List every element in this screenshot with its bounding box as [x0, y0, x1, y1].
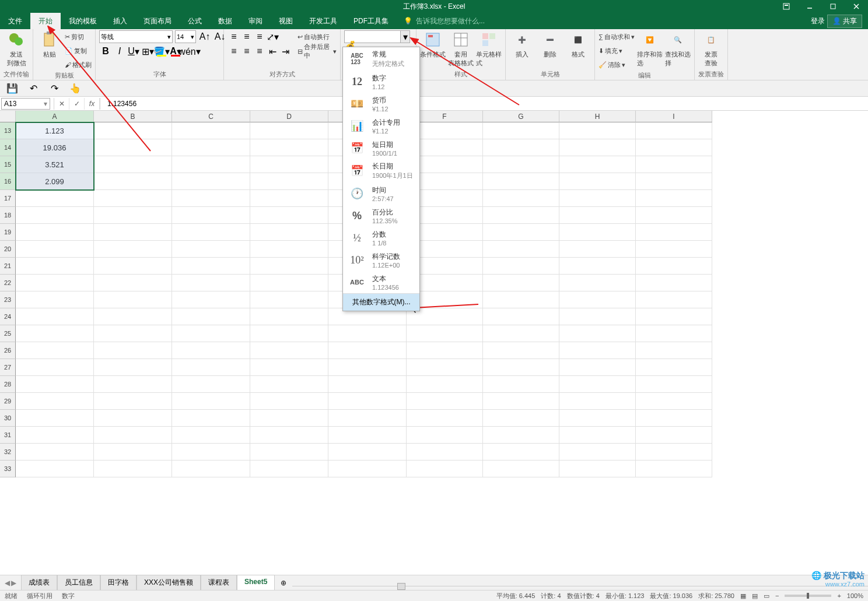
sheet-tab[interactable]: XXX公司销售额 [136, 575, 201, 591]
cell[interactable] [94, 359, 172, 376]
cell[interactable] [559, 207, 636, 224]
select-all-corner[interactable] [0, 111, 16, 122]
format-option[interactable]: 💴货币¥1.12 [343, 93, 419, 115]
cell[interactable] [94, 393, 172, 410]
cell[interactable] [172, 275, 250, 291]
cell[interactable] [328, 461, 407, 477]
cell[interactable] [559, 190, 636, 207]
cell[interactable] [407, 427, 483, 444]
cell[interactable] [16, 342, 94, 359]
column-header[interactable]: A [16, 111, 94, 122]
cell[interactable] [483, 173, 559, 190]
cell[interactable] [328, 376, 407, 393]
cell[interactable] [250, 444, 328, 461]
invoice-check-button[interactable]: 📋发票 查验 [698, 30, 724, 68]
font-name-combo[interactable]: 等线▾ [99, 30, 173, 43]
send-to-wechat-button[interactable]: 发送 到微信 [4, 30, 29, 68]
cell[interactable] [483, 156, 559, 173]
menu-item[interactable]: 插入 [105, 13, 135, 29]
bold-button[interactable]: B [99, 45, 112, 58]
cell[interactable] [559, 139, 636, 156]
row-header[interactable]: 22 [0, 275, 16, 291]
cell[interactable] [172, 308, 250, 325]
italic-button[interactable]: I [113, 45, 126, 58]
cell[interactable] [636, 258, 712, 275]
cell[interactable] [172, 325, 250, 342]
cell[interactable] [483, 325, 559, 342]
minimize-icon[interactable] [798, 0, 821, 13]
cell[interactable] [328, 359, 407, 376]
find-select-button[interactable]: 🔍查找和选择 [665, 30, 691, 68]
view-layout-icon[interactable]: ▤ [752, 592, 758, 600]
cell[interactable] [328, 325, 407, 342]
cell[interactable] [559, 173, 636, 190]
menu-item[interactable]: 视图 [271, 13, 301, 29]
cell[interactable] [250, 410, 328, 427]
cell[interactable] [559, 291, 636, 308]
cell[interactable] [172, 427, 250, 444]
align-top-icon[interactable]: ≡ [228, 30, 240, 43]
cell[interactable] [250, 241, 328, 258]
row-header[interactable]: 25 [0, 325, 16, 342]
menu-item[interactable]: 审阅 [240, 13, 271, 29]
cell[interactable] [559, 342, 636, 359]
cell[interactable] [636, 173, 712, 190]
cell[interactable] [172, 122, 250, 139]
row-header[interactable]: 19 [0, 224, 16, 241]
cell[interactable] [407, 461, 483, 477]
column-header[interactable]: I [636, 111, 712, 122]
cell[interactable] [250, 275, 328, 291]
format-option[interactable]: 📅短日期1900/1/1 [343, 137, 419, 159]
cell[interactable] [94, 190, 172, 207]
cell[interactable] [559, 376, 636, 393]
row-header[interactable]: 14 [0, 139, 16, 156]
cell[interactable] [407, 359, 483, 376]
tab-nav-first-icon[interactable]: ◀ [5, 579, 10, 587]
cell[interactable] [636, 325, 712, 342]
cell[interactable] [250, 156, 328, 173]
insert-cells-button[interactable]: ➕插入 [509, 30, 535, 59]
cell[interactable] [250, 291, 328, 308]
column-header[interactable]: C [172, 111, 250, 122]
format-option[interactable]: ABC文本1.123456 [343, 271, 419, 293]
cell[interactable] [172, 359, 250, 376]
cell[interactable]: 19.036 [16, 139, 94, 156]
fill-color-button[interactable]: 🪣▾ [155, 45, 168, 58]
column-header[interactable]: D [250, 111, 328, 122]
view-normal-icon[interactable]: ▦ [740, 592, 746, 600]
menu-item[interactable]: 我的模板 [61, 13, 105, 29]
row-header[interactable]: 28 [0, 376, 16, 393]
format-option[interactable]: 📅长日期1900年1月1日 [343, 159, 419, 182]
cell[interactable] [172, 190, 250, 207]
align-center-icon[interactable]: ≡ [240, 45, 253, 58]
row-header[interactable]: 21 [0, 258, 16, 275]
cell[interactable] [636, 122, 712, 139]
tab-nav-last-icon[interactable]: ▶ [11, 579, 16, 587]
format-option[interactable]: ½分数1 1/8 [343, 227, 419, 249]
cell[interactable] [16, 410, 94, 427]
cell[interactable] [172, 241, 250, 258]
cell[interactable] [407, 444, 483, 461]
cell[interactable] [250, 308, 328, 325]
cell[interactable] [483, 224, 559, 241]
cell[interactable] [172, 173, 250, 190]
cell[interactable] [636, 156, 712, 173]
cell[interactable] [483, 241, 559, 258]
cell[interactable] [172, 258, 250, 275]
cell[interactable] [16, 359, 94, 376]
formula-bar[interactable]: 1.123456 [103, 100, 868, 108]
sheet-tab[interactable]: 员工信息 [57, 575, 100, 591]
paste-button[interactable]: 粘贴 [37, 30, 62, 59]
sort-filter-button[interactable]: 🔽排序和筛选 [637, 30, 663, 68]
cell[interactable] [172, 291, 250, 308]
cell[interactable] [559, 308, 636, 325]
new-sheet-button[interactable]: ⊕ [275, 579, 292, 587]
cell[interactable] [483, 410, 559, 427]
font-color-button[interactable]: A▾ [169, 45, 182, 58]
cell[interactable] [483, 444, 559, 461]
cell[interactable] [94, 173, 172, 190]
cell[interactable] [407, 342, 483, 359]
cell[interactable] [250, 122, 328, 139]
row-header[interactable]: 20 [0, 241, 16, 258]
cell[interactable] [483, 275, 559, 291]
